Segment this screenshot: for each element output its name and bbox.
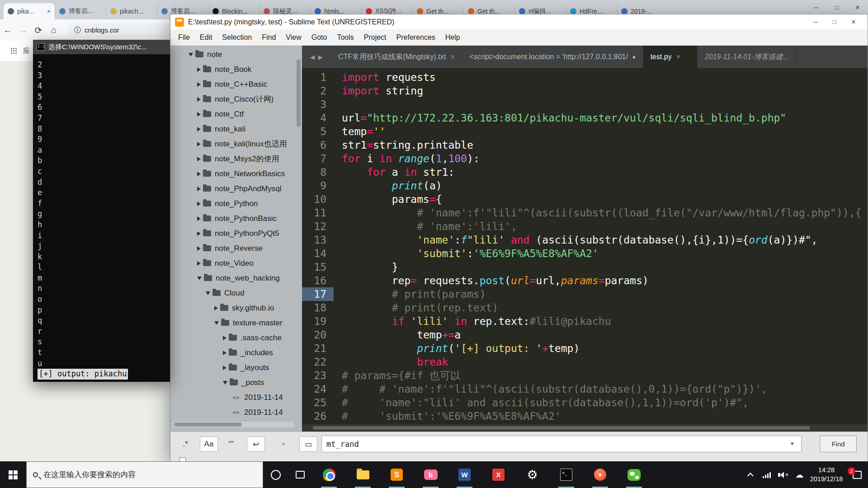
chevron-collapsed-icon[interactable] [197, 216, 201, 221]
chevron-collapsed-icon[interactable] [197, 127, 201, 131]
tree-item[interactable]: note_Ctf [170, 107, 302, 122]
tree-item[interactable]: note_web_hacking [170, 271, 302, 286]
find-input[interactable] [321, 436, 802, 452]
taskbar-terminal-button[interactable]: >_ [549, 461, 583, 488]
chevron-expanded-icon[interactable] [197, 277, 202, 280]
tree-item[interactable]: note_PythonBasic [170, 211, 302, 226]
chevron-collapsed-icon[interactable] [197, 187, 201, 191]
menu-file[interactable]: File [173, 33, 195, 42]
onedrive-cloud-icon[interactable]: ☁ [792, 461, 807, 488]
chevron-collapsed-icon[interactable] [197, 261, 201, 266]
minimize-button[interactable]: ─ [806, 19, 825, 25]
editor-tab[interactable]: CTF常用技巧或线索(Mingtsky).txt× [331, 46, 462, 68]
code-area[interactable]: 1import requests2import string34url="htt… [302, 68, 868, 424]
menu-tools[interactable]: Tools [332, 33, 359, 42]
back-icon[interactable]: ← [0, 25, 15, 35]
taskbar-clock[interactable]: 14:28 2019/12/18 [807, 466, 846, 483]
chevron-down-icon[interactable]: ▾ [791, 440, 794, 447]
terminal-title-bar[interactable]: C:\ 选择C:\WINDOWS\system32\c... [33, 40, 170, 54]
tree-item[interactable]: _layouts [170, 360, 302, 375]
tree-item[interactable]: note_Python [170, 196, 302, 211]
find-option-highlight[interactable]: ▭ [299, 436, 317, 452]
taskbar-x-app-button[interactable]: X [481, 461, 515, 488]
taskbar-sublime-button[interactable]: S [380, 461, 414, 488]
tree-item[interactable]: note_PhpAndMysql [170, 181, 302, 196]
editor-horizontal-scrollbar[interactable] [302, 424, 868, 432]
menu-goto[interactable]: Goto [307, 33, 332, 42]
chevron-collapsed-icon[interactable] [223, 336, 226, 340]
tab-scroll-left-icon[interactable]: ◀ [310, 54, 315, 61]
find-option-case-sensitive[interactable]: Aa [200, 436, 218, 452]
terminal-output[interactable]: 23456789abcdefghijklmnopqrstu[+] output:… [33, 54, 170, 382]
sidebar-vertical-scrollbar[interactable] [297, 59, 301, 127]
tab-close-icon[interactable]: × [450, 53, 454, 61]
reload-icon[interactable]: ⟳ [31, 25, 46, 36]
taskbar-explorer-button[interactable] [346, 461, 380, 488]
sublime-title-bar[interactable]: E:\test\test.py (mingtsky, test) - Subli… [170, 14, 868, 29]
tab-close-icon[interactable]: × [47, 8, 51, 15]
tree-item[interactable]: note_C++Basic [170, 77, 302, 92]
tree-item[interactable]: note_Video [170, 256, 302, 271]
chevron-collapsed-icon[interactable] [197, 67, 201, 72]
task-view-button[interactable] [288, 461, 312, 488]
scrollbar-thumb[interactable] [174, 422, 242, 427]
tree-item[interactable]: note_Book [170, 62, 302, 77]
editor-tab[interactable]: test.py× [643, 46, 698, 68]
taskbar-security-button[interactable]: ♦ [583, 461, 617, 488]
tab-close-icon[interactable]: × [676, 53, 680, 61]
tree-item[interactable]: note_kali [170, 122, 302, 136]
scrollbar-thumb[interactable] [313, 426, 810, 430]
find-option-wrap[interactable]: ↩ [247, 436, 265, 452]
chevron-collapsed-icon[interactable] [197, 82, 201, 87]
tree-item[interactable]: note_PythonPyQt5 [170, 226, 302, 241]
editor-tab[interactable]: 2019-11-14-01-博客搭建... [698, 46, 797, 68]
menu-help[interactable]: Help [440, 33, 465, 42]
action-center-button[interactable]: 2 [846, 461, 868, 488]
chevron-collapsed-icon[interactable] [223, 366, 226, 370]
close-button[interactable]: ✕ [847, 0, 868, 14]
find-button[interactable]: Find [820, 436, 857, 452]
taskbar-wechat-button[interactable] [617, 461, 651, 488]
chevron-expanded-icon[interactable] [214, 321, 219, 325]
chevron-collapsed-icon[interactable] [214, 306, 218, 310]
chevron-expanded-icon[interactable] [189, 53, 193, 56]
maximize-button[interactable]: □ [826, 0, 847, 14]
find-option-regex[interactable]: .* [176, 436, 194, 452]
tray-chevron-up-icon[interactable] [744, 461, 759, 488]
chevron-collapsed-icon[interactable] [197, 231, 201, 236]
tree-item[interactable]: texture-master [170, 315, 302, 330]
menu-edit[interactable]: Edit [195, 33, 217, 42]
taskbar-chrome-button[interactable] [312, 461, 346, 488]
chrome-tab[interactable]: 博客后... [55, 3, 106, 19]
taskbar-settings-button[interactable]: ⚙ [515, 461, 549, 488]
tree-item[interactable]: _includes [170, 345, 302, 360]
forward-icon[interactable]: → [15, 25, 31, 35]
menu-view[interactable]: View [281, 33, 306, 42]
tree-item[interactable]: Cloud [170, 286, 302, 300]
chrome-tab[interactable]: pika...× [4, 3, 55, 19]
chrome-tab[interactable]: pikach... [106, 3, 157, 19]
menu-project[interactable]: Project [359, 33, 392, 42]
site-info-icon[interactable]: ⓘ [74, 26, 81, 34]
menu-find[interactable]: Find [257, 33, 281, 42]
tree-item[interactable]: note_NetworkBasics [170, 166, 302, 181]
chevron-collapsed-icon[interactable] [223, 351, 226, 355]
taskbar-search[interactable]: 在这里输入你要搜索的内容 [26, 461, 263, 488]
find-option-whole-word[interactable]: “” [222, 436, 240, 452]
chevron-collapsed-icon[interactable] [197, 157, 201, 161]
home-icon[interactable]: ⌂ [46, 25, 61, 35]
chevron-expanded-icon[interactable] [223, 381, 227, 385]
menu-preferences[interactable]: Preferences [392, 33, 440, 42]
tree-item[interactable]: _posts [170, 375, 302, 390]
maximize-button[interactable]: □ [825, 19, 844, 25]
close-button[interactable]: ✕ [844, 19, 863, 25]
chevron-collapsed-icon[interactable] [197, 172, 201, 176]
taskbar-bilibili-button[interactable]: b [414, 461, 448, 488]
tree-item[interactable]: .sass-cache [170, 330, 302, 345]
editor-tab[interactable]: <script>document.location = 'http://127.… [462, 46, 643, 68]
minimize-button[interactable]: ─ [806, 0, 826, 14]
taskbar-word-button[interactable]: W [448, 461, 481, 488]
sidebar-horizontal-scrollbar[interactable] [173, 422, 295, 427]
chevron-collapsed-icon[interactable] [197, 246, 201, 251]
cortana-button[interactable] [263, 461, 288, 488]
